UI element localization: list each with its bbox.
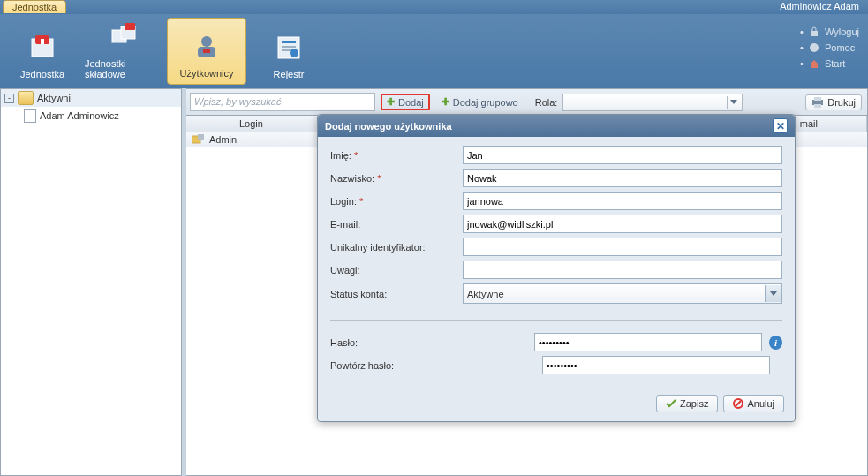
ribbon-label: Rejestr bbox=[274, 69, 305, 79]
home-icon bbox=[809, 58, 819, 69]
dialog-titlebar[interactable]: Dodaj nowego użytkownika ✕ bbox=[318, 115, 795, 137]
link-label: Wyloguj bbox=[825, 26, 859, 37]
imie-field[interactable] bbox=[463, 146, 782, 164]
add-group-button[interactable]: ✚Dodaj grupowo bbox=[435, 94, 525, 110]
user-icon bbox=[191, 31, 223, 63]
plus-icon: ✚ bbox=[442, 96, 449, 108]
link-help[interactable]: • Pomoc bbox=[800, 42, 859, 53]
group-icon bbox=[192, 134, 204, 145]
svg-rect-18 bbox=[814, 104, 821, 108]
label-status: Status konta: bbox=[330, 289, 463, 299]
system-links: • Wyloguj • Pomoc • Start bbox=[800, 26, 859, 74]
main-panel: Wpisz, by wyszukać ✚Dodaj ✚Dodaj grupowo… bbox=[186, 88, 868, 476]
dialog-footer: Zapisz Anuluj bbox=[318, 388, 795, 421]
link-label: Start bbox=[825, 58, 845, 69]
info-icon bbox=[809, 42, 819, 53]
search-input[interactable]: Wpisz, by wyszukać bbox=[190, 93, 375, 111]
svg-rect-2 bbox=[41, 39, 44, 44]
svg-line-22 bbox=[736, 401, 741, 406]
grid-toolbar: Wpisz, by wyszukać ✚Dodaj ✚Dodaj grupowo… bbox=[186, 89, 867, 116]
button-label: Anuluj bbox=[747, 398, 774, 409]
check-icon bbox=[666, 398, 676, 409]
close-icon: ✕ bbox=[776, 120, 785, 132]
dropdown-icon bbox=[765, 285, 781, 302]
label-login: Login: * bbox=[330, 196, 463, 207]
cancel-button[interactable]: Anuluj bbox=[723, 395, 784, 412]
register-icon bbox=[273, 32, 305, 64]
close-button[interactable]: ✕ bbox=[773, 118, 788, 133]
login-field[interactable] bbox=[463, 192, 782, 210]
tree-root-aktywni[interactable]: - Aktywni bbox=[1, 89, 181, 107]
label-uwagi: Uwagi: bbox=[330, 265, 463, 276]
ribbon-jednostka[interactable]: Jednostka bbox=[3, 18, 82, 85]
doc-icon bbox=[24, 109, 36, 123]
haslo-field[interactable] bbox=[534, 333, 762, 351]
svg-point-15 bbox=[810, 43, 819, 52]
emblem-stack-icon bbox=[109, 21, 140, 53]
status-value: Aktywne bbox=[467, 289, 504, 299]
tree-label: Aktywni bbox=[37, 93, 71, 103]
separator bbox=[330, 320, 782, 321]
dropdown-icon bbox=[727, 96, 740, 109]
label-unikalny: Unikalny identyfikator: bbox=[330, 242, 463, 253]
svg-rect-5 bbox=[125, 23, 135, 30]
dialog-body: Imię: * Nazwisko: * Login: * E-mail: Uni… bbox=[318, 137, 795, 388]
print-button[interactable]: Drukuj bbox=[805, 94, 862, 110]
ribbon: Jednostka Jednostki składowe Użytkownicy… bbox=[0, 14, 868, 88]
tree-label: Adam Adminowicz bbox=[40, 110, 119, 121]
svg-rect-20 bbox=[198, 134, 204, 140]
cancel-icon bbox=[733, 398, 743, 409]
tree-item-user[interactable]: Adam Adminowicz bbox=[1, 107, 181, 125]
powtorz-haslo-field[interactable] bbox=[542, 356, 770, 374]
ribbon-label: Jednostki składowe bbox=[85, 58, 164, 79]
button-label: Dodaj grupowo bbox=[453, 97, 518, 108]
button-label: Zapisz bbox=[680, 398, 708, 409]
folder-icon bbox=[18, 91, 34, 105]
app-window: Jednostka Adminowicz Adam Jednostka Jedn… bbox=[0, 0, 868, 476]
ribbon-jednostki-skladowe[interactable]: Jednostki składowe bbox=[85, 18, 164, 85]
button-label: Dodaj bbox=[398, 97, 424, 108]
lock-icon bbox=[809, 26, 819, 37]
ribbon-label: Użytkownicy bbox=[179, 68, 233, 79]
info-icon[interactable]: i bbox=[769, 336, 782, 350]
label-nazwisko: Nazwisko: * bbox=[330, 173, 463, 184]
rola-label: Rola: bbox=[535, 97, 558, 108]
emblem-icon bbox=[26, 32, 58, 64]
link-start[interactable]: • Start bbox=[800, 58, 859, 69]
current-user-label: Adminowicz Adam bbox=[780, 1, 859, 11]
svg-rect-14 bbox=[811, 31, 818, 36]
plus-icon: ✚ bbox=[387, 96, 395, 108]
email-field[interactable] bbox=[463, 215, 782, 233]
role-select[interactable] bbox=[562, 94, 743, 111]
ribbon-uzytkownicy[interactable]: Użytkownicy bbox=[167, 18, 246, 85]
dialog-title: Dodaj nowego użytkownika bbox=[325, 121, 452, 132]
label-haslo: Hasło: bbox=[330, 337, 455, 348]
svg-rect-17 bbox=[814, 97, 821, 101]
status-select[interactable]: Aktywne bbox=[463, 283, 782, 304]
collapse-icon[interactable]: - bbox=[4, 94, 14, 103]
tab-bar: Jednostka Adminowicz Adam bbox=[0, 0, 868, 14]
svg-point-13 bbox=[290, 49, 298, 57]
nazwisko-field[interactable] bbox=[463, 169, 782, 187]
label-email: E-mail: bbox=[330, 219, 463, 230]
svg-rect-11 bbox=[282, 46, 296, 48]
ribbon-label: Jednostka bbox=[20, 69, 64, 79]
body: - Aktywni Adam Adminowicz Wpisz, by wysz… bbox=[0, 88, 868, 476]
svg-rect-8 bbox=[203, 49, 210, 53]
group-label: Admin bbox=[209, 134, 237, 145]
label-powtorz: Powtórz hasło: bbox=[330, 360, 463, 371]
label-imie: Imię: * bbox=[330, 150, 463, 161]
uwagi-field[interactable] bbox=[463, 261, 782, 279]
save-button[interactable]: Zapisz bbox=[656, 395, 718, 412]
tree-panel: - Aktywni Adam Adminowicz bbox=[0, 88, 182, 476]
link-logout[interactable]: • Wyloguj bbox=[800, 26, 859, 37]
add-user-dialog: Dodaj nowego użytkownika ✕ Imię: * Nazwi… bbox=[317, 114, 796, 422]
ribbon-rejestr[interactable]: Rejestr bbox=[249, 18, 328, 85]
unikalny-field[interactable] bbox=[463, 238, 782, 256]
printer-icon bbox=[811, 97, 824, 108]
svg-rect-10 bbox=[282, 41, 296, 43]
button-label: Drukuj bbox=[827, 97, 856, 108]
context-tab-jednostka[interactable]: Jednostka bbox=[3, 0, 66, 13]
svg-point-6 bbox=[201, 36, 212, 47]
add-button[interactable]: ✚Dodaj bbox=[381, 94, 430, 110]
